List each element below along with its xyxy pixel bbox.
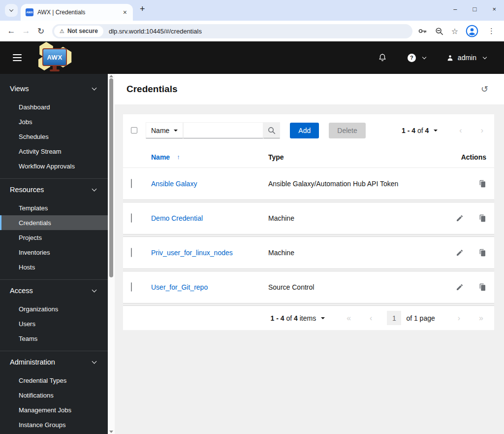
back-button[interactable]: ← xyxy=(4,26,19,36)
row-checkbox[interactable] xyxy=(131,282,132,292)
site-security-chip[interactable]: ⚠ Not secure xyxy=(54,26,103,37)
user-icon xyxy=(446,54,454,62)
search-button[interactable] xyxy=(263,122,280,138)
tab-title: AWX | Credentials xyxy=(37,9,117,16)
sidebar-item-notifications[interactable]: Notifications xyxy=(0,388,108,402)
copy-credential-icon[interactable] xyxy=(478,249,486,257)
sidebar-item-projects[interactable]: Projects xyxy=(0,230,108,245)
sidebar-group-toggle-administration[interactable]: Administration xyxy=(0,351,108,373)
awx-logo[interactable]: AWX xyxy=(35,43,74,72)
edit-credential-icon[interactable] xyxy=(456,249,464,257)
page-header: Credentials ↺ xyxy=(115,74,504,104)
sidebar-item-credential-types[interactable]: Credential Types xyxy=(0,373,108,388)
help-menu[interactable]: ? xyxy=(408,54,426,62)
chevron-down-icon xyxy=(422,55,426,59)
edit-credential-icon[interactable] xyxy=(456,283,464,291)
help-icon: ? xyxy=(408,54,416,62)
next-page-button[interactable]: › xyxy=(478,126,486,135)
copy-credential-icon[interactable] xyxy=(478,180,486,188)
credential-link[interactable]: Ansible Galaxy xyxy=(151,180,197,188)
sidebar-item-activity-stream[interactable]: Activity Stream xyxy=(0,144,108,159)
delete-button[interactable]: Delete xyxy=(329,123,365,138)
sidebar-item-templates[interactable]: Templates xyxy=(0,200,108,215)
tab-close-button[interactable]: × xyxy=(121,8,129,17)
page-title: Credentials xyxy=(126,84,177,95)
sort-by-name-header[interactable]: Name ↑ xyxy=(151,153,268,161)
browser-tab[interactable]: AWX AWX | Credentials × xyxy=(21,4,133,21)
scrollbar-thumb[interactable] xyxy=(109,78,113,277)
credential-type: Machine xyxy=(268,214,432,222)
activity-history-icon[interactable]: ↺ xyxy=(478,83,491,95)
profile-avatar-icon[interactable] xyxy=(466,25,478,37)
main-content: Credentials ↺ Name Add Delete xyxy=(115,74,504,434)
reload-button[interactable]: ↻ xyxy=(33,26,48,36)
prev-page-button[interactable]: ‹ xyxy=(456,126,465,135)
zoom-magnifier-icon[interactable] xyxy=(435,27,444,36)
credential-link[interactable]: User_for_Git_repo xyxy=(151,283,208,291)
sidebar-group-toggle-views[interactable]: Views xyxy=(0,78,108,100)
row-checkbox[interactable] xyxy=(131,213,132,223)
notifications-bell-icon[interactable] xyxy=(378,53,387,63)
sidebar-item-credentials[interactable]: Credentials xyxy=(0,215,108,230)
list-toolbar: Name Add Delete 1 - 4 of 4 ‹ › xyxy=(123,114,494,146)
row-checkbox[interactable] xyxy=(131,248,132,257)
scroll-down-icon[interactable] xyxy=(109,431,113,433)
sidebar-group-toggle-resources[interactable]: Resources xyxy=(0,179,108,200)
copy-credential-icon[interactable] xyxy=(478,283,486,291)
sidebar-item-users[interactable]: Users xyxy=(0,316,108,331)
sidebar-item-workflow-approvals[interactable]: Workflow Approvals xyxy=(0,159,108,173)
sidebar-item-organizations[interactable]: Organizations xyxy=(0,301,108,316)
sidebar-item-teams[interactable]: Teams xyxy=(0,331,108,346)
edit-credential-icon[interactable] xyxy=(456,214,464,222)
search-icon xyxy=(267,126,276,135)
chevron-down-icon xyxy=(483,55,487,59)
sidebar-item-dashboard[interactable]: Dashboard xyxy=(0,100,108,114)
group-label: Resources xyxy=(10,186,44,194)
select-all-checkbox[interactable] xyxy=(131,127,137,134)
window-minimize-button[interactable]: – xyxy=(453,5,457,13)
sidebar-item-schedules[interactable]: Schedules xyxy=(0,129,108,144)
forward-button[interactable]: → xyxy=(19,26,33,36)
tab-search-button[interactable] xyxy=(5,4,18,17)
address-bar[interactable]: ⚠ Not secure dlp.srv.world:10445/#/crede… xyxy=(52,24,412,38)
bookmark-star-icon[interactable]: ☆ xyxy=(451,27,458,36)
caret-down-icon xyxy=(174,130,178,132)
caret-down-icon[interactable] xyxy=(434,130,438,132)
sidebar-item-instance-groups[interactable]: Instance Groups xyxy=(0,417,108,432)
sidebar-group-toggle-access[interactable]: Access xyxy=(0,280,108,301)
search-input[interactable] xyxy=(183,122,263,138)
prev-page-button[interactable]: ‹ xyxy=(367,313,375,323)
sort-ascending-icon: ↑ xyxy=(177,153,180,161)
browser-menu-icon[interactable]: ⋮ xyxy=(486,27,497,35)
sidebar-item-hosts[interactable]: Hosts xyxy=(0,260,108,274)
url-text[interactable]: dlp.srv.world:10445/#/credentials xyxy=(109,28,202,35)
user-menu[interactable]: admin xyxy=(446,54,486,62)
copy-credential-icon[interactable] xyxy=(478,214,486,222)
caret-down-icon[interactable] xyxy=(321,317,325,319)
window-maximize-button[interactable]: □ xyxy=(473,5,477,13)
password-key-icon[interactable] xyxy=(417,26,427,36)
current-page-input[interactable]: 1 xyxy=(387,311,401,325)
filter-field-select[interactable]: Name xyxy=(146,122,183,138)
row-checkbox[interactable] xyxy=(131,179,132,188)
add-button[interactable]: Add xyxy=(290,123,319,138)
sidebar-item-management-jobs[interactable]: Management Jobs xyxy=(0,402,108,417)
window-close-button[interactable]: × xyxy=(492,5,496,13)
sidebar-item-inventories[interactable]: Inventories xyxy=(0,245,108,260)
scroll-up-icon[interactable] xyxy=(109,75,113,77)
nav-toggle-hamburger-icon[interactable] xyxy=(11,51,24,65)
last-page-button[interactable]: » xyxy=(476,313,486,323)
new-tab-button[interactable]: + xyxy=(137,3,148,15)
group-label: Views xyxy=(10,85,29,93)
group-label: Access xyxy=(10,287,33,295)
first-page-button[interactable]: « xyxy=(344,313,354,323)
credential-link[interactable]: Demo Credential xyxy=(151,214,203,222)
table-row: User_for_Git_repo Source Control xyxy=(123,271,494,303)
logo-monitor-base xyxy=(50,69,60,71)
sidebar-item-jobs[interactable]: Jobs xyxy=(0,114,108,129)
sidebar-scrollbar[interactable] xyxy=(108,74,115,434)
next-page-button[interactable]: › xyxy=(455,313,463,323)
actions-header-label: Actions xyxy=(432,153,486,161)
chevron-down-icon xyxy=(92,359,97,364)
credential-link[interactable]: Priv_user_for_linux_nodes xyxy=(151,249,233,257)
